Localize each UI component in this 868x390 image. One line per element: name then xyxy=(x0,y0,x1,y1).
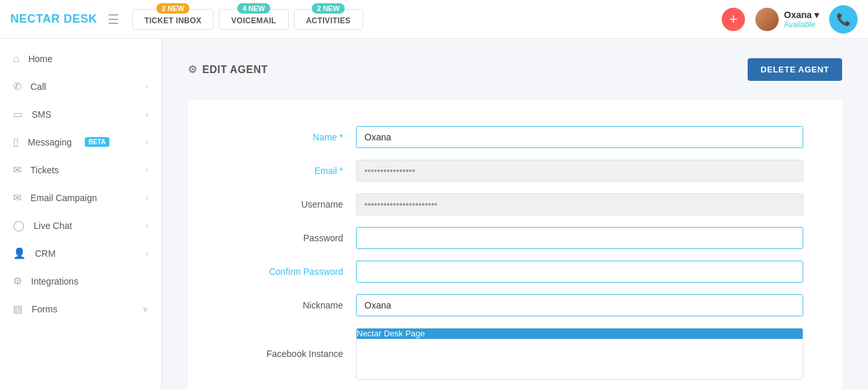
tickets-icon: ✉ xyxy=(13,164,21,176)
sidebar-label-home: Home xyxy=(28,54,52,64)
sidebar-item-forms[interactable]: ▤ Forms ∨ xyxy=(0,295,161,323)
home-icon: ⌂ xyxy=(13,53,19,65)
nav-right: + Oxana ▾ Available 📞 xyxy=(722,5,858,34)
confirm-password-row: Confirm Password xyxy=(227,261,803,283)
form-container: Name * Email * Username Password Confirm… xyxy=(188,100,842,390)
activities-label: ACTIVITIES xyxy=(306,16,351,25)
chevron-icon: ‹ xyxy=(146,193,148,202)
call-icon: ✆ xyxy=(13,80,21,92)
forms-icon: ▤ xyxy=(13,303,23,315)
user-info[interactable]: Oxana ▾ Available xyxy=(755,8,819,31)
crm-icon: 👤 xyxy=(13,247,26,259)
chevron-icon: ‹ xyxy=(146,110,148,119)
live-chat-icon: ◯ xyxy=(13,219,25,232)
delete-agent-button[interactable]: DELETE AGENT xyxy=(748,58,842,81)
chevron-icon: ∨ xyxy=(142,305,148,314)
voicemail-btn[interactable]: 4 NEW VOICEMAIL xyxy=(219,9,288,30)
nickname-label: Nickname xyxy=(227,300,356,310)
chevron-icon: ‹ xyxy=(146,166,148,175)
email-field[interactable] xyxy=(356,160,803,182)
gear-icon: ⚙ xyxy=(188,63,197,76)
messaging-icon: ▯ xyxy=(13,136,19,148)
brand-logo: NECTAR DESK xyxy=(10,12,107,26)
main-content: ⚙ EDIT AGENT DELETE AGENT Name * Email *… xyxy=(162,39,868,390)
email-campaign-icon: ✉ xyxy=(13,191,21,204)
avatar xyxy=(755,8,779,31)
sidebar-label-email-campaign: Email Campaign xyxy=(30,193,97,203)
confirm-password-field[interactable] xyxy=(356,261,803,283)
facebook-instance-listbox[interactable]: Nectar Desk Page xyxy=(357,329,803,379)
sidebar-label-tickets: Tickets xyxy=(30,165,59,175)
name-row: Name * xyxy=(227,126,803,148)
sidebar: ⌂ Home ✆ Call ‹ ▭ SMS ‹ ▯ Messaging BETA xyxy=(0,39,162,390)
activities-count: 2 NEW xyxy=(312,3,345,14)
name-field[interactable] xyxy=(356,126,803,148)
username-label: Username xyxy=(227,199,356,210)
sidebar-item-call[interactable]: ✆ Call ‹ xyxy=(0,72,161,100)
facebook-instance-select[interactable]: Nectar Desk Page xyxy=(356,328,803,380)
nav-badges: 2 NEW TICKET INBOX 4 NEW VOICEMAIL 2 NEW… xyxy=(132,9,722,30)
chevron-icon: ‹ xyxy=(146,221,148,230)
email-row: Email * xyxy=(227,160,803,182)
chevron-icon: ‹ xyxy=(146,82,148,91)
username-field[interactable] xyxy=(356,193,803,215)
sidebar-label-forms: Forms xyxy=(32,304,58,314)
activities-btn[interactable]: 2 NEW ACTIVITIES xyxy=(294,9,363,30)
add-button[interactable]: + xyxy=(722,8,745,31)
sidebar-item-email-campaign[interactable]: ✉ Email Campaign ‹ xyxy=(0,184,161,211)
user-status: Available xyxy=(784,20,819,29)
ticket-inbox-count: 2 NEW xyxy=(157,3,190,14)
page-header: ⚙ EDIT AGENT DELETE AGENT xyxy=(188,58,842,81)
name-label: Name * xyxy=(227,132,356,142)
facebook-instance-row: Facebook Instance Nectar Desk Page xyxy=(227,328,803,380)
layout: ⌂ Home ✆ Call ‹ ▭ SMS ‹ ▯ Messaging BETA xyxy=(0,39,868,390)
page-title: ⚙ EDIT AGENT xyxy=(188,63,268,76)
sidebar-item-integrations[interactable]: ⚙ Integrations xyxy=(0,267,161,295)
nickname-row: Nickname xyxy=(227,294,803,316)
nickname-field[interactable] xyxy=(356,294,803,316)
beta-badge: BETA xyxy=(85,137,109,147)
topnav: NECTAR DESK ☰ 2 NEW TICKET INBOX 4 NEW V… xyxy=(0,0,868,39)
user-name: Oxana ▾ xyxy=(784,10,819,20)
sidebar-item-tickets[interactable]: ✉ Tickets ‹ xyxy=(0,156,161,184)
username-row: Username xyxy=(227,193,803,215)
ticket-inbox-label: TICKET INBOX xyxy=(144,16,201,25)
chevron-icon: ‹ xyxy=(146,138,148,147)
password-label: Password xyxy=(227,233,356,243)
integrations-icon: ⚙ xyxy=(13,275,22,287)
sidebar-item-home[interactable]: ⌂ Home xyxy=(0,45,161,72)
sidebar-label-call: Call xyxy=(30,81,46,92)
ticket-inbox-btn[interactable]: 2 NEW TICKET INBOX xyxy=(132,9,214,30)
sidebar-item-messaging[interactable]: ▯ Messaging BETA ‹ xyxy=(0,128,161,156)
call-button[interactable]: 📞 xyxy=(829,5,858,34)
sidebar-label-integrations: Integrations xyxy=(31,276,78,287)
hamburger-icon[interactable]: ☰ xyxy=(107,12,119,27)
sidebar-label-messaging: Messaging xyxy=(28,137,72,147)
voicemail-label: VOICEMAIL xyxy=(231,16,276,25)
sms-icon: ▭ xyxy=(13,108,23,120)
confirm-password-label: Confirm Password xyxy=(227,266,356,277)
sidebar-label-sms: SMS xyxy=(32,109,51,120)
password-row: Password xyxy=(227,227,803,249)
sidebar-item-sms[interactable]: ▭ SMS ‹ xyxy=(0,100,161,128)
voicemail-count: 4 NEW xyxy=(238,3,271,14)
sidebar-label-crm: CRM xyxy=(35,248,56,259)
chevron-icon: ‹ xyxy=(146,249,148,258)
facebook-instance-label: Facebook Instance xyxy=(227,349,356,359)
sidebar-item-live-chat[interactable]: ◯ Live Chat ‹ xyxy=(0,211,161,239)
facebook-option-nectar-desk-page: Nectar Desk Page xyxy=(357,329,803,339)
password-field[interactable] xyxy=(356,227,803,249)
sidebar-item-crm[interactable]: 👤 CRM ‹ xyxy=(0,239,161,267)
email-label: Email * xyxy=(227,166,356,176)
sidebar-label-live-chat: Live Chat xyxy=(34,221,72,231)
